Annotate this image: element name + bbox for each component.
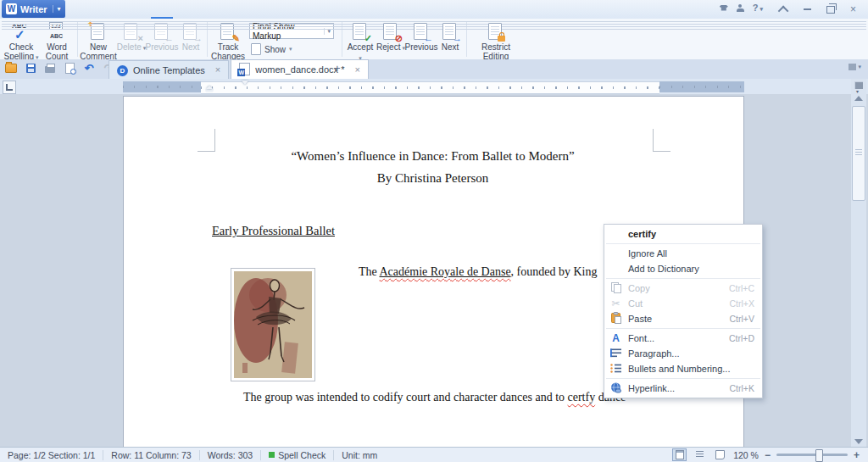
section-heading[interactable]: Early Professional Ballet <box>212 224 335 238</box>
view-and-zoom-controls: 120 % − + <box>672 448 868 461</box>
cut-icon: ✂ <box>609 299 623 309</box>
shortcut-hint: Ctrl+C <box>729 283 754 293</box>
outline-view-button[interactable] <box>693 448 707 461</box>
context-menu-item[interactable]: Ignore All <box>604 246 762 261</box>
text-boundary-mark-right <box>653 129 670 152</box>
zoom-level[interactable]: 120 % <box>733 450 759 460</box>
separator <box>606 378 760 379</box>
zoom-slider[interactable] <box>776 454 848 456</box>
context-menu-item[interactable]: A Font... Ctrl+D <box>604 331 762 346</box>
context-menu-item[interactable]: Add to Dictionary <box>604 261 762 276</box>
shortcut-hint: Ctrl+V <box>730 314 754 324</box>
document-byline[interactable]: By Christina Peterson <box>123 171 743 186</box>
shortcut-hint: Ctrl+K <box>730 383 754 393</box>
page-indicator[interactable]: Page: 1/2 Section: 1/1 <box>0 450 103 460</box>
web-view-button[interactable] <box>713 448 727 461</box>
separator <box>606 278 760 279</box>
spellcheck-flagged-text: Académie Royale de Danse <box>380 265 511 278</box>
page-view-button[interactable] <box>672 448 687 461</box>
context-menu-item[interactable]: Hyperlink... Ctrl+K <box>604 381 762 396</box>
zoom-in-button[interactable]: + <box>854 451 860 459</box>
cursor-position-indicator[interactable]: Row: 11 Column: 73 <box>103 450 199 460</box>
zoom-slider-thumb[interactable] <box>815 449 823 462</box>
separator <box>606 328 760 329</box>
context-menu-item[interactable]: Paste Ctrl+V <box>604 311 762 326</box>
para1-line1[interactable]: The Académie Royale de Danse, founded by… <box>359 265 598 279</box>
outline-view-icon <box>696 451 704 459</box>
writer-app-window: W Writer ▾ ? ▾ × ABC✓ Check Spelling <box>0 0 868 462</box>
context-menu-item[interactable]: Paragraph... <box>604 346 762 361</box>
paragraph-icon <box>609 348 623 359</box>
spell-check-status-icon <box>269 452 275 458</box>
ballerina-sketch <box>234 271 312 378</box>
misspelled-word[interactable]: certfy <box>568 391 596 404</box>
context-menu-item[interactable]: Copy Ctrl+C <box>604 281 762 296</box>
para2-line1[interactable]: The group was intended to codify court a… <box>243 391 626 404</box>
shortcut-hint: Ctrl+D <box>729 333 754 343</box>
context-menu-item[interactable]: Bullets and Numbering... <box>604 361 762 376</box>
scrollbar-thumb[interactable] <box>852 106 865 201</box>
word-count-indicator[interactable]: Words: 303 <box>200 450 262 460</box>
paste-icon <box>609 312 623 326</box>
context-menu-item[interactable]: ✂ Cut Ctrl+X <box>604 296 762 311</box>
underlined-phrase: Académie Royale de Danse <box>380 265 511 278</box>
document-title[interactable]: “Women’s Influence in Dance: From Ballet… <box>123 149 743 164</box>
copy-icon <box>609 282 623 295</box>
unit-indicator[interactable]: Unit: mm <box>334 450 385 460</box>
web-view-icon <box>715 450 725 459</box>
ballerina-image[interactable] <box>231 268 315 381</box>
bullets-icon <box>609 364 623 375</box>
scroll-up-arrow-icon[interactable] <box>854 96 863 101</box>
zoom-out-button[interactable]: − <box>765 451 771 459</box>
shortcut-hint: Ctrl+X <box>730 298 754 309</box>
ruler-toggle-icon[interactable] <box>854 81 863 89</box>
scroll-down-arrow-icon[interactable] <box>854 439 863 444</box>
page-view-icon <box>676 450 684 459</box>
text-boundary-mark-left <box>198 129 215 152</box>
separator <box>606 243 760 244</box>
spell-check-indicator[interactable]: Spell Check <box>261 450 334 460</box>
status-bar: Page: 1/2 Section: 1/1 Row: 11 Column: 7… <box>0 447 868 462</box>
context-menu-item[interactable]: certify <box>604 226 762 242</box>
vertical-scrollbar[interactable] <box>851 79 866 448</box>
hyperlink-icon <box>609 382 623 395</box>
spellcheck-context-menu: certify Ignore All Add to Dictionary Cop… <box>604 224 763 398</box>
font-icon: A <box>609 334 623 343</box>
